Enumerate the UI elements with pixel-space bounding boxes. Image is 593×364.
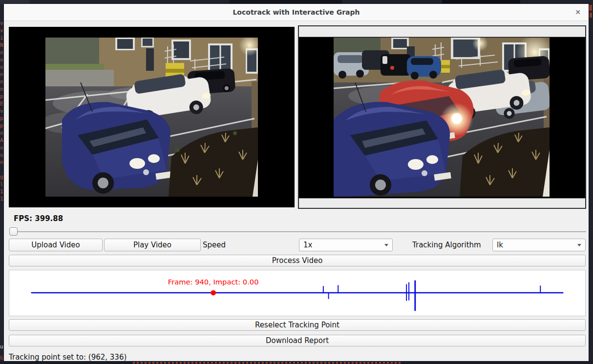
background-log-text [133,362,402,364]
upload-video-button[interactable]: Upload Video [9,239,103,251]
tracking-algorithm-value: lk [497,241,574,249]
title-bar[interactable]: Locotrack with Interactive Graph ✕ [4,4,589,21]
speed-select-value: 1x [303,241,381,249]
zoom-video-panel[interactable] [298,25,586,209]
frame-slider-handle[interactable] [9,227,18,236]
original-video-panel[interactable] [9,27,295,207]
zoom-panel-bottom-bar [299,198,585,208]
speed-select[interactable]: 1x [299,239,393,251]
window-title: Locotrack with Interactive Graph [233,8,360,16]
background-mark [589,5,592,11]
download-report-button[interactable]: Download Report [9,335,586,346]
impact-graph-panel[interactable]: Frame: 940, Impact: 0.00 [9,270,586,316]
reselect-tracking-point-button[interactable]: Reselect Tracking Point [9,319,586,331]
status-bar-text: Tracking point set to: (962, 336) [9,353,127,362]
chevron-down-icon [384,244,388,246]
speed-label: Speed [203,239,226,251]
impact-graph-canvas[interactable]: Frame: 940, Impact: 0.00 [9,270,585,316]
play-video-button[interactable]: Play Video [104,239,201,251]
original-video-frame[interactable] [45,38,258,197]
tracking-algorithm-label: Tracking Algorithm [412,239,481,251]
app-window: Locotrack with Interactive Graph ✕ [4,4,589,361]
frame-slider[interactable] [10,231,586,233]
svg-text:Frame: 940, Impact: 0.00: Frame: 940, Impact: 0.00 [168,278,259,286]
zoom-video-frame[interactable] [334,38,550,197]
chevron-down-icon [577,244,581,246]
close-icon[interactable]: ✕ [573,8,582,17]
zoom-panel-top-bar [299,26,585,37]
background-text-fragment: G [0,355,3,362]
process-video-button[interactable]: Process Video [9,255,586,266]
background-mark [590,13,592,18]
fps-label: FPS: 399.88 [14,214,63,223]
tracking-algorithm-select[interactable]: lk [492,239,586,251]
